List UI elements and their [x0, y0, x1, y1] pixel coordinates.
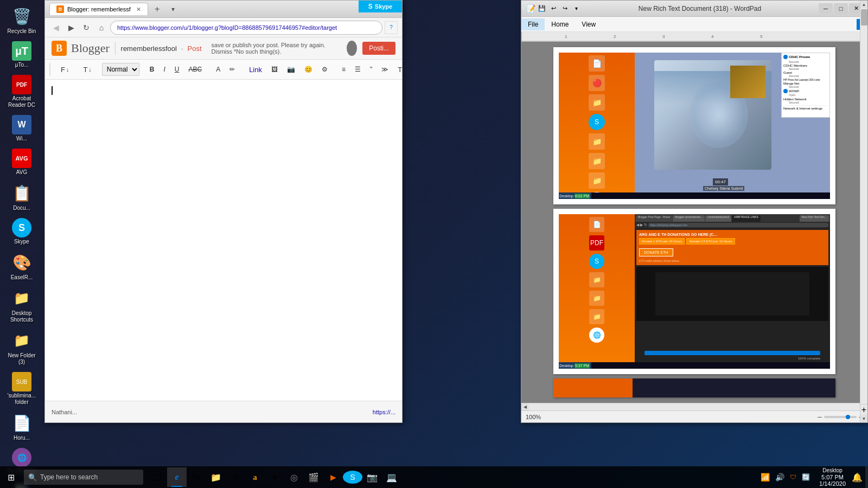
browser-help-button[interactable]: ?	[385, 21, 398, 34]
acrobat-label: Acrobat Reader DC	[4, 95, 40, 108]
taskbar-vlc[interactable]: 🎬	[304, 467, 323, 487]
icon-skype[interactable]: S Skype	[2, 215, 42, 248]
align-button[interactable]: ≡	[338, 63, 349, 75]
bold-button[interactable]: B	[146, 63, 158, 75]
notification-center[interactable]: 🔔	[849, 466, 865, 488]
special-chars-button[interactable]: ⚙	[318, 63, 331, 75]
browser-tab-active[interactable]: B Blogger: rememberlessf ✕	[49, 3, 148, 15]
taskbar-store[interactable]: 🛍	[187, 467, 206, 487]
menu-view[interactable]: View	[575, 18, 602, 30]
new-tab-button[interactable]: +	[151, 3, 164, 16]
menu-file[interactable]: File	[521, 18, 545, 30]
strikethrough-button[interactable]: ABC	[184, 63, 206, 75]
clear-format-button[interactable]: T	[394, 63, 402, 76]
list-button[interactable]: ☰	[351, 63, 365, 75]
redo-icon[interactable]: ↪	[560, 4, 570, 13]
taskbar-computer[interactable]: 💻	[382, 467, 401, 487]
highlight-button[interactable]: ✏	[226, 63, 239, 75]
zoom-percentage: 100%	[526, 414, 541, 420]
ss2-address-bar: https://atrloying-sittingspot.com	[648, 223, 828, 227]
taskbar-media[interactable]: ▶	[323, 467, 343, 487]
word-icon: W	[12, 115, 31, 134]
font-color-button[interactable]: A	[212, 63, 224, 75]
video-button[interactable]: 📷	[283, 63, 299, 75]
tray-antivirus-icon[interactable]: 🛡	[788, 472, 798, 482]
scroll-left-arrow[interactable]: ◀	[521, 403, 529, 411]
show-desktop[interactable]	[865, 466, 868, 488]
taskbar-task-view[interactable]: ❑	[148, 467, 167, 487]
emoji-button[interactable]: 😊	[301, 63, 316, 75]
scroll-track[interactable]	[860, 42, 867, 403]
tab-overflow-button[interactable]: ▾	[167, 3, 180, 16]
taskbar-app-circle[interactable]: ◎	[284, 467, 304, 487]
wordpad-scrollbar-horizontal[interactable]: ◀ ▶	[521, 403, 867, 410]
more-button[interactable]: ≫	[378, 63, 392, 75]
italic-button[interactable]: I	[159, 63, 169, 75]
icon-utorrent[interactable]: µT µTo...	[2, 38, 42, 71]
tray-update-icon[interactable]: 🔄	[800, 472, 812, 482]
icon-subliminal[interactable]: SUB 'sublimina... folder	[2, 369, 42, 408]
post-button[interactable]: Posti...	[362, 42, 395, 55]
minimize-button[interactable]: ─	[819, 3, 833, 14]
ss1-icon-5: 📁	[589, 133, 605, 150]
link-button[interactable]: Link	[245, 63, 266, 76]
address-bar[interactable]	[110, 21, 382, 35]
taskbar-search-box[interactable]: 🔍 Type here to search	[24, 470, 143, 485]
ss2-page-title: ARG and E TH donations go here (C...	[639, 233, 826, 236]
icon-recycle-bin[interactable]: 🗑️ Recycle Bin	[2, 3, 42, 37]
wordpad-scrollbar-vertical[interactable]: ▲ + ▼	[860, 42, 867, 403]
blog-editor[interactable]	[45, 80, 402, 401]
underline-button[interactable]: U	[171, 63, 183, 75]
zoom-thumb[interactable]	[846, 415, 850, 419]
zoom-minus-icon[interactable]: ─	[818, 414, 822, 420]
easel-label: EaselR...	[11, 274, 33, 281]
format-select[interactable]: Normal	[102, 63, 139, 76]
quote-button[interactable]: "	[366, 63, 376, 75]
ss2-browser-toolbar: ◀ ▶ ↻ https://atrloying-sittingspot.com	[635, 222, 830, 228]
taskbar-mail[interactable]: ✉	[226, 467, 245, 487]
page-3-desktop	[553, 378, 835, 397]
icon-easel[interactable]: 🎨 EaselR...	[2, 249, 42, 284]
taskbar-desktop-text: Desktop	[822, 467, 843, 473]
customize-icon[interactable]: ▾	[571, 4, 581, 13]
home-button[interactable]: ⌂	[95, 21, 108, 34]
icon-word[interactable]: W Wi...	[2, 112, 42, 145]
start-button[interactable]: ⊞	[0, 466, 22, 488]
refresh-button[interactable]: ↻	[80, 21, 93, 34]
save-icon[interactable]: 💾	[537, 4, 547, 13]
svg-text:5: 5	[760, 34, 763, 39]
tray-volume-icon[interactable]: 🔊	[774, 472, 786, 483]
toolbar-textsize-btn[interactable]: T↓	[79, 63, 95, 76]
wifi-item-6-name: WOWF	[789, 89, 800, 93]
taskbar-camera[interactable]: 📷	[362, 467, 382, 487]
menu-home[interactable]: Home	[545, 18, 575, 30]
editor-cursor	[52, 86, 53, 95]
svg-text:2: 2	[614, 34, 616, 39]
undo-icon[interactable]: ↩	[548, 4, 558, 13]
compose-tab[interactable]: Compose	[50, 63, 50, 75]
zoom-slider[interactable]	[824, 416, 857, 418]
taskbar-tripadvisor[interactable]: ✈	[265, 467, 284, 487]
taskbar-edge[interactable]: e	[167, 467, 187, 487]
wordpad-editing-area[interactable]: 📄 🔴 📁 S 📁 📁 📁 🌐	[521, 42, 867, 403]
icon-acrobat[interactable]: PDF Acrobat Reader DC	[2, 72, 42, 111]
skype-bar: S Skype	[359, 1, 402, 12]
taskbar-amazon[interactable]: a	[245, 467, 265, 487]
back-button[interactable]: ◀	[49, 21, 62, 34]
taskbar-file-explorer[interactable]: 📁	[206, 467, 226, 487]
maximize-button[interactable]: □	[834, 3, 848, 14]
forward-button[interactable]: ▶	[65, 21, 78, 34]
toolbar-font-btn[interactable]: F↓	[57, 63, 73, 76]
icon-document[interactable]: 📋 Docu...	[2, 179, 42, 214]
image-button[interactable]: 🖼	[267, 63, 282, 75]
icon-horu[interactable]: 📄 Horu...	[2, 409, 42, 444]
taskbar-skype[interactable]: S	[343, 471, 362, 484]
tray-network-icon[interactable]: 📶	[759, 472, 771, 483]
tab-close-button[interactable]: ✕	[136, 6, 141, 13]
zoom-control[interactable]: ─ +	[818, 413, 863, 421]
ss2-time-display: 5:37 PM	[575, 363, 590, 368]
icon-avg[interactable]: AVG AVG	[2, 146, 42, 178]
icon-desktop-shortcuts[interactable]: 📁 Desktop Shortcuts	[2, 285, 42, 326]
icon-new-folder[interactable]: 📁 New Folder (3)	[2, 327, 42, 368]
blogger-post-link[interactable]: Post	[188, 44, 202, 53]
